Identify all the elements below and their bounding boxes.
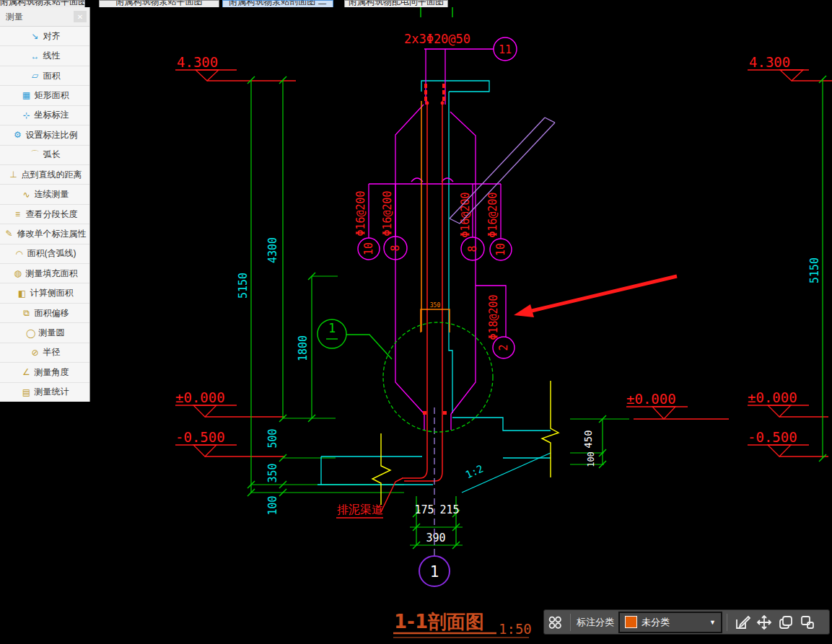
- align-dimension-icon: ↘: [30, 31, 41, 41]
- note-paini: 排泥渠道: [336, 478, 403, 518]
- elev-minus-left: -0.500: [175, 429, 225, 445]
- measure-angle-icon: ∠: [21, 367, 32, 377]
- category-color-swatch: [625, 616, 637, 628]
- annotation-toolbar: 标注分类 未分类 ▼: [543, 609, 830, 635]
- tab-2-selected[interactable]: 附属构筑物泵站剖面图 二: [222, 0, 333, 7]
- column-bar-orange: [421, 101, 450, 332]
- measure-panel-items: ↘对齐 ↔线性 ▱面积 ▦矩形面积 ⊹坐标标注 ⚙设置标注比例 ⌒弧长 ⊥点到直…: [0, 27, 89, 402]
- paste-button[interactable]: [797, 612, 818, 632]
- dimension-lines: [251, 79, 823, 545]
- dim-5150-right: 5150: [808, 257, 821, 283]
- note-text: 排泥渠道: [337, 503, 383, 516]
- dim-215: 215: [439, 503, 459, 516]
- arc-length-icon: ⌒: [30, 149, 41, 161]
- rebar-bars-red: [402, 101, 442, 481]
- move-button[interactable]: [753, 612, 775, 632]
- dim-4300: 4300: [266, 237, 279, 263]
- dim-1800: 1800: [297, 335, 310, 361]
- measure-panel-header: 测量 ✕: [0, 7, 89, 27]
- dim-390: 390: [426, 531, 445, 544]
- tab-3[interactable]: 附属构筑物配电间平面图: [344, 0, 448, 7]
- tab-1[interactable]: 附属构筑物泵站平面图: [99, 0, 219, 7]
- category-grid-icon[interactable]: [544, 612, 566, 632]
- sidebar-item-area[interactable]: ▱面积: [0, 66, 89, 85]
- sidebar-item-measure-circle[interactable]: ◯测量圆: [0, 322, 89, 342]
- category-dropdown[interactable]: 未分类 ▼: [618, 612, 722, 633]
- measure-circle-icon: ◯: [25, 328, 37, 338]
- rebar-16-4: Φ16@200: [486, 192, 499, 237]
- sidebar-item-point-line-distance[interactable]: ⊥点到直线的距离: [0, 164, 89, 184]
- detail-bubble-1-num: 1: [328, 321, 336, 335]
- linear-dimension-icon: ↔: [30, 51, 41, 61]
- sidebar-item-continuous-measure[interactable]: ∿连续测量: [0, 184, 89, 203]
- sidebar-item-area-with-arc[interactable]: ◠面积(含弧线): [0, 244, 89, 263]
- section-bubble-1: 1: [419, 556, 450, 586]
- close-icon[interactable]: ✕: [74, 11, 87, 22]
- sidebar-item-measure-angle[interactable]: ∠测量角度: [0, 362, 89, 381]
- drawing-scale: 1:50: [499, 621, 532, 637]
- sidebar-item-fill-area[interactable]: ◍测量填充面积: [0, 263, 89, 283]
- elev-top-right: 4.300: [749, 54, 790, 70]
- area-icon: ▱: [30, 71, 41, 81]
- radius-icon: ⊘: [30, 348, 41, 358]
- sidebar-item-scale-setting[interactable]: ⚙设置标注比例: [0, 125, 89, 144]
- dim-350: 350: [266, 463, 279, 482]
- elev-zero-left: ±0.000: [175, 389, 225, 405]
- dim-5150-left: 5150: [237, 273, 250, 299]
- tab-0-label: 附属构筑物泵站平面图 一层: [0, 0, 84, 7]
- detail-big-circle: [383, 322, 493, 432]
- bubble-2: 2: [497, 344, 510, 350]
- tab-1-label: 附属构筑物泵站平面图: [100, 0, 219, 7]
- tab-3-label: 附属构筑物配电间平面图: [345, 0, 447, 7]
- category-dropdown-value: 未分类: [641, 616, 709, 629]
- sidebar-item-side-area[interactable]: ◧计算侧面积: [0, 283, 89, 302]
- sidebar-item-arc-length[interactable]: ⌒弧长: [0, 145, 89, 164]
- edit-annotation-button[interactable]: [732, 612, 753, 632]
- bubble-10-left: 10: [362, 242, 375, 255]
- tab-0[interactable]: 附属构筑物泵站平面图 一层: [0, 0, 85, 7]
- sidebar-item-coordinate[interactable]: ⊹坐标标注: [0, 105, 89, 125]
- dim-175: 175: [414, 503, 434, 516]
- sidebar-item-linear[interactable]: ↔线性: [0, 45, 89, 65]
- dim-500: 500: [266, 428, 279, 448]
- elev-zero-right: ±0.000: [748, 389, 797, 405]
- tab-strip: 附属构筑物泵站平面图 一层 附属构筑物泵站平面图 附属构筑物泵站剖面图 二 附属…: [0, 0, 832, 7]
- rebar-top-label: 2x3Φ20@50: [404, 32, 470, 46]
- elev-top-left: 4.300: [177, 54, 218, 70]
- fill-area-icon: ◍: [12, 268, 24, 278]
- category-label: 标注分类: [577, 616, 614, 629]
- dim-100: 100: [266, 495, 279, 515]
- continuous-measure-icon: ∿: [21, 190, 32, 200]
- rebar-18: Φ18@200: [487, 294, 500, 340]
- cad-canvas: 4.300 4.300 ±0.000 -0.500 ±0.000 ±0.000 …: [0, 0, 832, 644]
- stirrup-marks: [423, 84, 447, 415]
- rect-area-icon: ▦: [21, 90, 32, 100]
- top-line-stubs: [421, 7, 452, 17]
- rebar-16-3: Φ16@200: [459, 192, 472, 237]
- sidebar-item-align[interactable]: ↘对齐: [0, 27, 89, 45]
- copy-button[interactable]: [775, 612, 797, 632]
- break-lines: [372, 381, 559, 505]
- dim-100b: 100: [586, 451, 596, 467]
- area-offset-icon: ⧉: [21, 308, 32, 318]
- chevron-down-icon: ▼: [709, 619, 716, 626]
- sidebar-item-rect-area[interactable]: ▦矩形面积: [0, 85, 89, 105]
- elev-minus-right: -0.500: [748, 429, 797, 445]
- side-area-icon: ◧: [17, 288, 28, 299]
- elev-zero-mid: ±0.000: [626, 391, 676, 407]
- annotation-arrow: [514, 276, 677, 317]
- bubble-11: 11: [499, 43, 512, 56]
- structure-magenta: [369, 49, 506, 430]
- bubble-8-right: 8: [466, 245, 479, 252]
- rebar-16-1: Φ16@200: [354, 190, 367, 236]
- edit-annotation-icon: ✎: [4, 229, 15, 239]
- drawing-title-block: 1-1剖面图 1:50: [393, 611, 532, 638]
- sidebar-item-measure-stats[interactable]: ▤测量统计: [0, 382, 89, 402]
- sidebar-item-area-offset[interactable]: ⧉面积偏移: [0, 303, 89, 322]
- bubble-10-right: 10: [494, 243, 507, 256]
- scale-setting-icon: ⚙: [12, 130, 24, 140]
- sidebar-item-segment-length[interactable]: ≡查看分段长度: [0, 204, 89, 224]
- sidebar-item-edit-annotation[interactable]: ✎修改单个标注属性: [0, 224, 89, 243]
- point-line-distance-icon: ⊥: [8, 169, 19, 180]
- sidebar-item-radius[interactable]: ⊘半径: [0, 343, 89, 362]
